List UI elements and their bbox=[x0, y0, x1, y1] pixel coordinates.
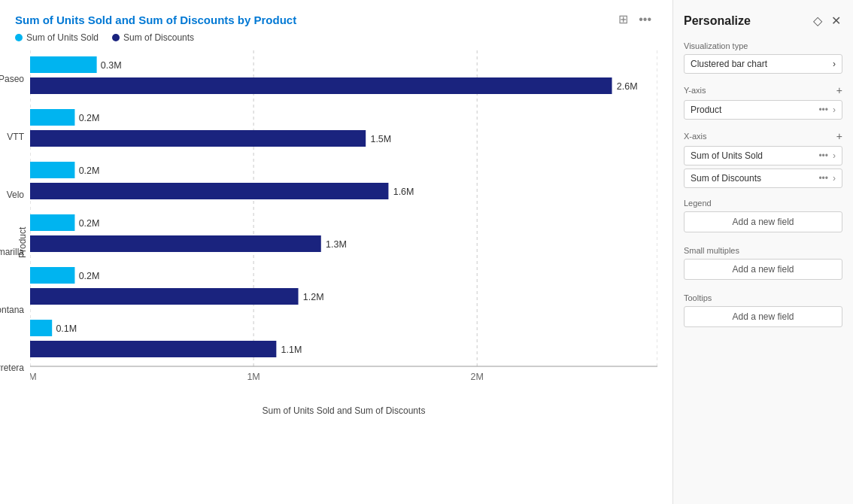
legend-item-units: Sum of Units Sold bbox=[15, 32, 99, 43]
panel-header-icons: ◇ ✕ bbox=[812, 12, 842, 29]
chart-title-text: Sum of Units Sold and Sum of Discounts b… bbox=[15, 14, 254, 26]
legend-section: Legend Add a new field bbox=[684, 199, 842, 235]
legend-add-field-button[interactable]: Add a new field bbox=[684, 211, 842, 232]
svg-rect-22 bbox=[30, 288, 299, 305]
small-multiples-section: Small multiples Add a new field bbox=[684, 246, 842, 283]
svg-rect-10 bbox=[30, 130, 366, 147]
tooltips-section: Tooltips Add a new field bbox=[684, 293, 842, 330]
svg-text:1M: 1M bbox=[247, 372, 260, 382]
tooltips-label: Tooltips bbox=[684, 293, 842, 302]
chart-more-button[interactable]: ••• bbox=[636, 11, 654, 28]
y-axis-section: Y-axis + Product ••• › bbox=[684, 84, 842, 120]
small-multiples-add-button[interactable]: Add a new field bbox=[684, 259, 842, 280]
y-axis-row[interactable]: Product ••• › bbox=[684, 100, 842, 120]
svg-text:1.2M: 1.2M bbox=[303, 292, 324, 302]
legend-label-discounts: Sum of Discounts bbox=[123, 32, 194, 43]
svg-text:0.2M: 0.2M bbox=[79, 271, 100, 281]
svg-rect-24 bbox=[30, 320, 52, 336]
x-axis-discounts-value: Sum of Discounts bbox=[691, 173, 761, 184]
legend-section-label: Legend bbox=[684, 199, 842, 208]
y-axis-value: Product bbox=[691, 105, 721, 115]
svg-text:0.1M: 0.1M bbox=[56, 323, 77, 334]
chart-area: Sum of Units Sold and Sum of Discounts b… bbox=[0, 0, 672, 504]
chevron-right-icon: › bbox=[833, 59, 836, 69]
svg-rect-26 bbox=[30, 341, 276, 357]
svg-text:0.2M: 0.2M bbox=[79, 165, 100, 176]
more-icon-discounts: ••• bbox=[818, 173, 828, 184]
x-axis-units-icons: ••• › bbox=[818, 150, 836, 161]
chevron-right-icon-discounts: › bbox=[833, 173, 836, 184]
more-icon-units: ••• bbox=[818, 150, 828, 161]
svg-text:1.6M: 1.6M bbox=[393, 187, 414, 197]
legend-label-units: Sum of Units Sold bbox=[26, 32, 99, 43]
product-label-carretera: Carretera bbox=[0, 363, 24, 373]
visualization-type-section: Visualization type Clustered bar chart › bbox=[684, 41, 842, 74]
chevron-right-icon-y: › bbox=[833, 105, 836, 115]
small-multiples-label: Small multiples bbox=[684, 246, 842, 255]
y-axis-header: Y-axis + bbox=[684, 84, 842, 96]
y-axis-add-button[interactable]: + bbox=[836, 84, 842, 96]
x-axis-section: X-axis + Sum of Units Sold ••• › Sum of … bbox=[684, 130, 842, 188]
product-label-vtt: VTT bbox=[7, 132, 24, 142]
x-axis-units-row[interactable]: Sum of Units Sold ••• › bbox=[684, 146, 842, 165]
close-button[interactable]: ✕ bbox=[830, 12, 842, 29]
svg-text:1.1M: 1.1M bbox=[281, 345, 302, 355]
viz-type-row[interactable]: Clustered bar chart › bbox=[684, 54, 842, 74]
svg-text:1.5M: 1.5M bbox=[370, 134, 391, 144]
reset-button[interactable]: ◇ bbox=[812, 12, 824, 29]
svg-rect-14 bbox=[30, 183, 388, 199]
product-label-paseo: Paseo bbox=[0, 74, 24, 84]
y-axis-row-icons: ••• › bbox=[818, 105, 836, 115]
svg-text:0M: 0M bbox=[30, 372, 37, 382]
svg-text:2.6M: 2.6M bbox=[617, 81, 638, 92]
panel-title: Personalize bbox=[684, 14, 751, 28]
svg-text:2M: 2M bbox=[471, 372, 484, 382]
svg-text:0.2M: 0.2M bbox=[79, 113, 100, 123]
panel-header: Personalize ◇ ✕ bbox=[684, 12, 842, 29]
svg-rect-16 bbox=[30, 214, 74, 231]
product-label-velo: Velo bbox=[7, 190, 24, 200]
svg-text:1.3M: 1.3M bbox=[326, 239, 347, 250]
chart-action-button[interactable]: ⊞ bbox=[615, 11, 631, 28]
x-axis-section-label: X-axis bbox=[684, 132, 707, 141]
legend-dot-units bbox=[15, 34, 23, 41]
x-axis-discounts-icons: ••• › bbox=[818, 173, 836, 184]
x-axis-add-button[interactable]: + bbox=[836, 130, 842, 142]
svg-text:0.3M: 0.3M bbox=[101, 60, 122, 71]
chart-title: Sum of Units Sold and Sum of Discounts b… bbox=[15, 14, 657, 26]
personalize-panel: Personalize ◇ ✕ Visualization type Clust… bbox=[672, 0, 853, 504]
chart-legend: Sum of Units Sold Sum of Discounts bbox=[15, 32, 657, 43]
svg-rect-18 bbox=[30, 235, 321, 252]
tooltips-add-button[interactable]: Add a new field bbox=[684, 306, 842, 327]
chevron-right-icon-units: › bbox=[833, 150, 836, 161]
svg-rect-8 bbox=[30, 109, 74, 126]
svg-text:0.2M: 0.2M bbox=[79, 218, 100, 229]
legend-dot-discounts bbox=[112, 34, 120, 41]
svg-rect-4 bbox=[30, 56, 97, 73]
chart-svg: 0.3M 2.6M 0.2M 1.5M 0.2M 1.6M 0. bbox=[30, 50, 657, 396]
chart-toolbar: ⊞ ••• bbox=[615, 11, 654, 28]
chart-title-highlight: Product bbox=[254, 14, 297, 26]
more-icon: ••• bbox=[818, 105, 828, 115]
svg-rect-6 bbox=[30, 77, 612, 94]
product-labels: Paseo VTT Velo Amarilla Montana Carreter… bbox=[0, 50, 29, 396]
viz-type-value: Clustered bar chart bbox=[691, 59, 767, 69]
x-axis-units-value: Sum of Units Sold bbox=[691, 150, 763, 161]
svg-rect-20 bbox=[30, 267, 74, 284]
viz-type-label: Visualization type bbox=[684, 41, 842, 50]
x-axis-header: X-axis + bbox=[684, 130, 842, 142]
x-axis-discounts-row[interactable]: Sum of Discounts ••• › bbox=[684, 169, 842, 188]
product-label-montana: Montana bbox=[0, 305, 24, 315]
svg-rect-12 bbox=[30, 162, 74, 178]
legend-item-discounts: Sum of Discounts bbox=[112, 32, 194, 43]
product-label-amarilla: Amarilla bbox=[0, 247, 24, 257]
y-axis-section-label: Y-axis bbox=[684, 86, 706, 95]
